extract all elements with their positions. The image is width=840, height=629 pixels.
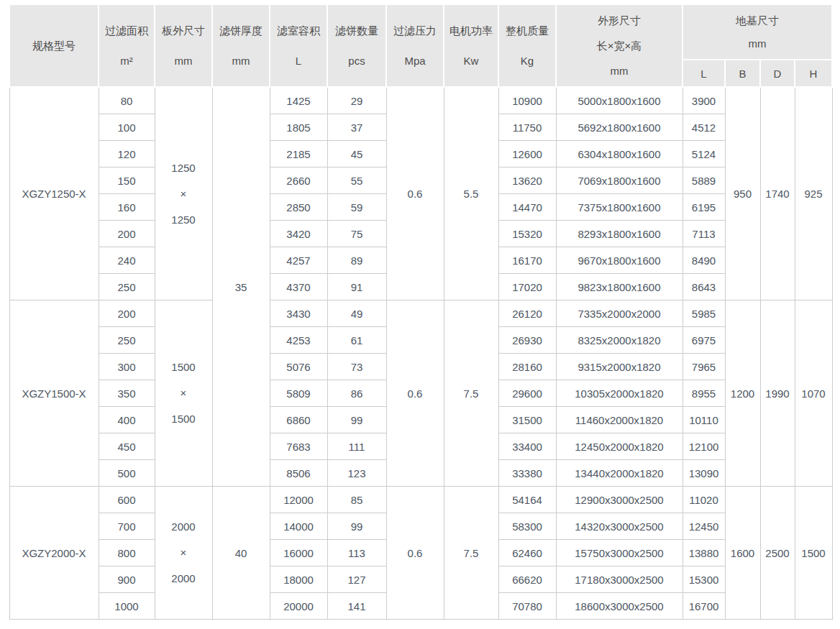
weight-cell: 33400 <box>498 433 556 460</box>
filter-area-cell: 240 <box>99 247 155 274</box>
chamber-volume-cell: 1805 <box>270 114 327 141</box>
col-header-cake-count: 滤饼数量 pcs <box>327 4 386 87</box>
col-header-dimensions-sub: 长×宽×高 <box>597 39 642 53</box>
cake-thickness-cell: 35 <box>212 87 270 487</box>
col-header-foundation-label: 地基尺寸 <box>736 14 779 28</box>
power-cell: 7.5 <box>444 487 498 620</box>
weight-cell: 33380 <box>498 460 556 487</box>
model-cell: XGZY1250-X <box>9 87 99 300</box>
dimensions-cell: 7375x1800x1600 <box>556 194 682 221</box>
col-header-dimensions-unit: mm <box>611 64 629 78</box>
weight-cell: 54164 <box>498 487 556 513</box>
cake-count-cell: 59 <box>327 194 386 221</box>
chamber-volume-cell: 14000 <box>270 513 327 540</box>
foundation-l-cell: 12450 <box>682 513 725 540</box>
dimensions-cell: 9823x1800x1600 <box>556 274 682 300</box>
foundation-l-cell: 11020 <box>682 487 725 513</box>
dimensions-cell: 7069x1800x1600 <box>556 167 682 194</box>
weight-cell: 26120 <box>498 300 556 327</box>
foundation-d-cell: 1740 <box>760 87 795 300</box>
filter-area-cell: 500 <box>99 460 155 487</box>
col-header-foundation-l: L <box>682 60 725 87</box>
table-row: XGZY2000-X6002000×20004012000850.67.5541… <box>9 487 832 513</box>
dimensions-cell: 5692x1800x1600 <box>556 114 682 141</box>
col-header-model: 规格型号 <box>9 4 99 87</box>
weight-cell: 29600 <box>498 380 556 407</box>
cake-count-cell: 141 <box>327 593 386 620</box>
col-header-pressure-unit: Mpa <box>404 54 425 68</box>
cake-count-cell: 123 <box>327 460 386 487</box>
weight-cell: 12600 <box>498 141 556 167</box>
chamber-volume-cell: 1425 <box>270 87 327 114</box>
foundation-l-cell: 13090 <box>682 460 725 487</box>
dimensions-cell: 7335x2000x2000 <box>556 300 682 327</box>
filter-area-cell: 250 <box>99 327 155 354</box>
col-header-pressure-label: 过滤压力 <box>393 24 437 38</box>
foundation-l-cell: 16700 <box>682 593 725 620</box>
table-row: XGZY1250-X801250×1250351425290.65.510900… <box>9 87 832 114</box>
cake-count-cell: 55 <box>327 167 386 194</box>
chamber-volume-cell: 2185 <box>270 141 327 167</box>
foundation-l-cell: 4512 <box>682 114 725 141</box>
weight-cell: 17020 <box>498 274 556 300</box>
col-header-chamber-volume-label: 滤室容积 <box>277 24 320 38</box>
col-header-cake-count-label: 滤饼数量 <box>335 24 378 38</box>
weight-cell: 28160 <box>498 354 556 380</box>
chamber-volume-cell: 20000 <box>270 593 327 620</box>
chamber-volume-cell: 6860 <box>270 407 327 433</box>
weight-cell: 31500 <box>498 407 556 433</box>
foundation-l-cell: 3900 <box>682 87 725 114</box>
weight-cell: 11750 <box>498 114 556 141</box>
filter-area-cell: 400 <box>99 407 155 433</box>
filter-area-cell: 800 <box>99 540 155 566</box>
chamber-volume-cell: 3420 <box>270 221 327 247</box>
foundation-l-cell: 15300 <box>682 566 725 593</box>
plate-size-cell: 2000×2000 <box>155 487 212 620</box>
cake-count-cell: 73 <box>327 354 386 380</box>
cake-count-cell: 127 <box>327 566 386 593</box>
foundation-h-cell: 1500 <box>795 487 832 620</box>
col-header-plate-size-unit: mm <box>175 54 193 68</box>
col-header-foundation-d: D <box>760 60 795 87</box>
power-cell: 5.5 <box>444 87 498 300</box>
cake-count-cell: 37 <box>327 114 386 141</box>
chamber-volume-cell: 8506 <box>270 460 327 487</box>
filter-area-cell: 600 <box>99 487 155 513</box>
cake-count-cell: 75 <box>327 221 386 247</box>
cake-count-cell: 86 <box>327 380 386 407</box>
dimensions-cell: 12900x3000x2500 <box>556 487 682 513</box>
foundation-l-cell: 10110 <box>682 407 725 433</box>
col-header-cake-thickness: 滤饼厚度 mm <box>212 4 270 87</box>
spec-table-body: XGZY1250-X801250×1250351425290.65.510900… <box>9 87 832 620</box>
chamber-volume-cell: 2660 <box>270 167 327 194</box>
foundation-h-cell: 1070 <box>795 300 832 487</box>
foundation-l-cell: 6975 <box>682 327 725 354</box>
power-cell: 7.5 <box>444 300 498 487</box>
cake-count-cell: 111 <box>327 433 386 460</box>
filter-area-cell: 450 <box>99 433 155 460</box>
cake-count-cell: 99 <box>327 513 386 540</box>
col-header-dimensions-label: 外形尺寸 <box>598 14 641 28</box>
weight-cell: 62460 <box>498 540 556 566</box>
foundation-l-cell: 7113 <box>682 221 725 247</box>
filter-area-cell: 250 <box>99 274 155 300</box>
col-header-weight: 整机质量 Kg <box>498 4 556 87</box>
plate-size-cell: 1500×1500 <box>155 300 212 487</box>
page: 规格型号 过滤面积 m² 板外尺寸 mm 滤饼厚度 <box>0 0 840 629</box>
col-header-foundation-b: B <box>725 60 760 87</box>
chamber-volume-cell: 5076 <box>270 354 327 380</box>
filter-area-cell: 160 <box>99 194 155 221</box>
filter-area-cell: 200 <box>99 221 155 247</box>
weight-cell: 58300 <box>498 513 556 540</box>
chamber-volume-cell: 12000 <box>270 487 327 513</box>
foundation-d-cell: 1990 <box>760 300 795 487</box>
dimensions-cell: 9670x1800x1600 <box>556 247 682 274</box>
dimensions-cell: 8293x1800x1600 <box>556 221 682 247</box>
weight-cell: 66620 <box>498 566 556 593</box>
col-header-plate-size-label: 板外尺寸 <box>162 24 205 38</box>
foundation-d-cell: 2500 <box>760 487 795 620</box>
foundation-l-cell: 8490 <box>682 247 725 274</box>
dimensions-cell: 18600x3000x2500 <box>556 593 682 620</box>
pressure-cell: 0.6 <box>386 87 444 300</box>
col-header-chamber-volume-unit: L <box>296 54 301 68</box>
